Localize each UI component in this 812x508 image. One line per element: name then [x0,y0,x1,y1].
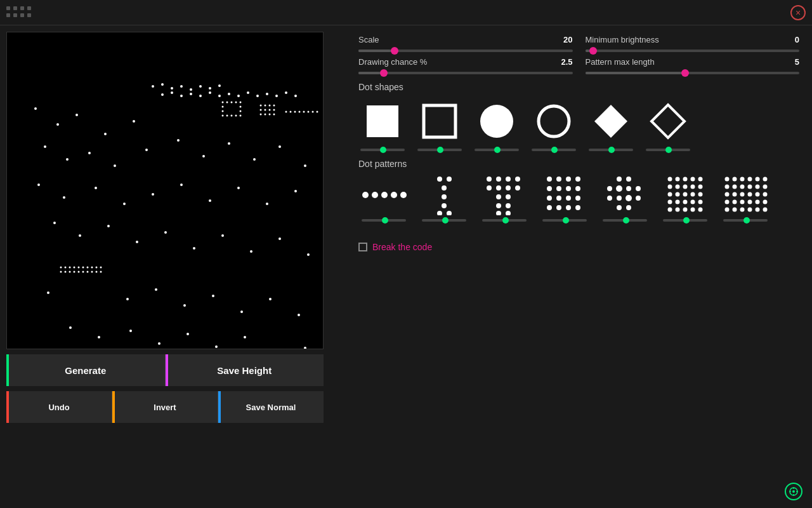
pattern-3-slider[interactable] [482,219,527,222]
svg-point-158 [506,185,511,190]
pattern-3-preview [479,174,530,215]
dot-shapes-section: Dot shapes [358,82,799,151]
svg-point-24 [34,107,37,110]
svg-point-129 [317,111,318,113]
filled-circle-thumb[interactable] [494,147,501,153]
svg-point-20 [266,93,268,95]
svg-point-240 [740,200,744,204]
svg-point-101 [222,106,224,108]
svg-point-241 [747,200,752,204]
pattern-6-thumb[interactable] [683,217,690,224]
outline-diamond-slider[interactable] [646,149,690,151]
break-code-checkbox[interactable] [358,243,367,251]
svg-point-135 [480,105,513,138]
svg-point-187 [607,196,612,201]
filled-square-thumb[interactable] [380,147,386,153]
svg-point-102 [240,106,242,108]
svg-point-214 [698,200,702,204]
svg-marker-138 [652,105,684,138]
filled-circle-preview [473,97,520,145]
svg-point-127 [308,111,310,113]
target-icon[interactable] [785,483,802,500]
svg-point-194 [625,195,632,201]
pattern-4-slider[interactable] [542,219,587,222]
outline-circle-thumb[interactable] [551,147,558,153]
svg-point-31 [88,152,91,154]
svg-point-48 [266,203,268,205]
outline-diamond-thumb[interactable] [665,147,672,153]
svg-point-192 [626,205,631,210]
svg-point-83 [155,288,157,291]
svg-point-210 [667,200,672,204]
pattern-1-slider[interactable] [362,219,406,222]
svg-point-234 [740,192,744,197]
svg-point-219 [698,208,702,212]
generate-button[interactable]: Generate [6,354,165,386]
svg-point-215 [667,208,672,212]
svg-point-167 [566,177,571,182]
drawing-chance-thumb[interactable] [380,69,388,77]
invert-button[interactable]: Invert [112,391,218,423]
filled-diamond-slider[interactable] [589,149,633,151]
pattern-4-thumb[interactable] [563,217,569,224]
svg-point-222 [740,177,744,182]
svg-point-122 [285,111,287,113]
svg-point-155 [487,185,492,190]
outline-square-slider[interactable] [417,149,462,151]
min-brightness-thumb[interactable] [589,47,597,55]
pattern-3-thumb[interactable] [502,217,509,224]
svg-point-141 [381,192,388,198]
pattern-7-thumb[interactable] [743,217,750,224]
filled-square-slider[interactable] [360,149,405,151]
pattern-max-length-thumb[interactable] [681,69,689,77]
pattern-5-slider[interactable] [603,219,647,222]
scale-thumb[interactable] [391,47,398,55]
svg-point-154 [515,177,520,182]
pattern-2-slider[interactable] [422,219,466,222]
pattern-7-slider[interactable] [723,219,768,222]
svg-rect-133 [367,105,398,137]
pattern-letter-i [419,174,469,222]
svg-point-9 [161,93,164,96]
svg-point-229 [747,185,752,189]
svg-point-80 [307,253,310,256]
min-brightness-value: 0 [795,35,799,44]
svg-point-162 [506,203,511,208]
break-code-label[interactable]: Break the code [372,242,432,252]
svg-point-199 [698,177,702,182]
filled-diamond-thumb[interactable] [608,147,615,153]
outline-square-thumb[interactable] [437,147,443,153]
svg-point-190 [636,196,641,201]
outline-diamond-preview [644,97,691,145]
pattern-5-thumb[interactable] [623,217,629,224]
svg-point-115 [265,109,266,111]
pattern-1-thumb[interactable] [382,217,388,224]
svg-point-198 [690,177,695,182]
svg-point-41 [63,196,65,199]
filled-circle-slider[interactable] [475,149,519,151]
svg-point-186 [636,186,641,191]
svg-point-86 [240,311,243,313]
save-normal-button[interactable]: Save Normal [218,391,324,423]
svg-point-30 [66,158,69,161]
svg-point-230 [755,185,759,189]
svg-point-212 [683,200,687,204]
svg-point-52 [65,267,67,269]
save-height-button[interactable]: Save Height [166,354,324,386]
pattern-2-thumb[interactable] [442,217,449,224]
outline-circle-slider[interactable] [532,149,576,151]
svg-point-61 [60,271,62,273]
shape-outline-square [416,97,463,151]
svg-point-119 [265,114,266,116]
button-row-2: Undo Invert Save Normal [6,391,324,423]
pattern-6-slider[interactable] [663,219,707,222]
svg-point-140 [372,192,378,198]
svg-point-191 [617,205,622,210]
save-height-indicator [166,354,168,386]
undo-button[interactable]: Undo [6,391,112,423]
dot-patterns-section: Dot patterns [358,159,799,222]
svg-point-76 [193,247,195,250]
close-button[interactable]: × [790,5,806,20]
scale-label: Scale [358,35,379,44]
svg-point-38 [278,145,281,148]
